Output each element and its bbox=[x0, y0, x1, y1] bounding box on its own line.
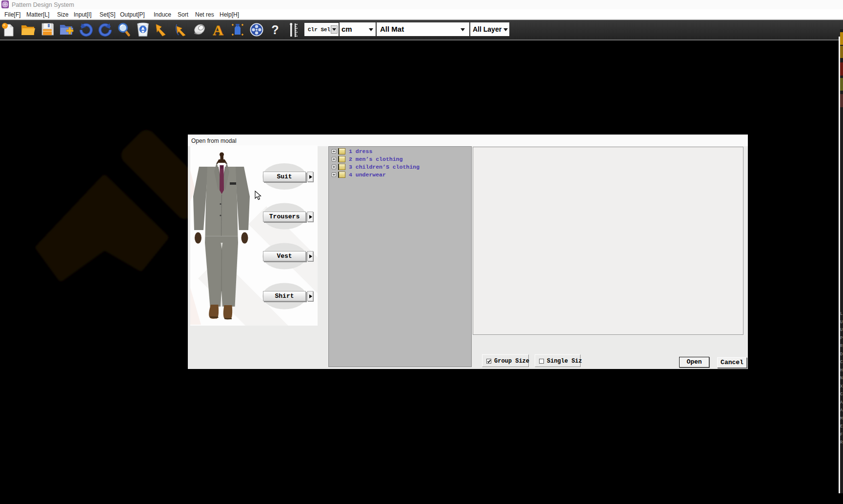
svg-text:A: A bbox=[213, 22, 223, 37]
